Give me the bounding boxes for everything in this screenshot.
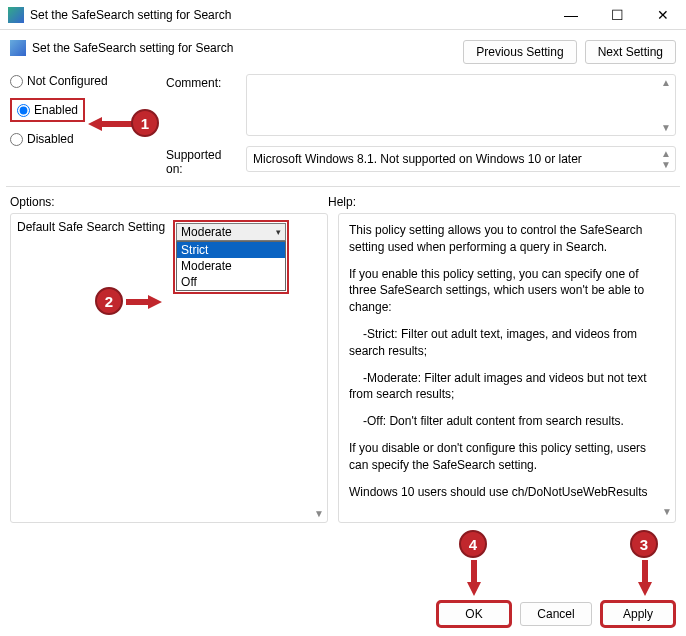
close-button[interactable]: ✕	[640, 0, 686, 30]
combobox-value: Moderate	[181, 225, 232, 239]
policy-title: Set the SafeSearch setting for Search	[32, 41, 233, 55]
scroll-down-icon[interactable]: ▼	[661, 159, 671, 170]
help-text: Windows 10 users should use ch/DoNotUseW…	[349, 484, 665, 501]
annotation-4-arrow	[465, 560, 483, 599]
annotation-3: 3	[630, 530, 658, 558]
help-text: If you disable or don't configure this p…	[349, 440, 665, 474]
app-icon	[8, 7, 24, 23]
scroll-down-icon[interactable]: ▼	[662, 505, 672, 519]
panes: Default Safe Search Setting Moderate ▾ S…	[0, 213, 686, 523]
scroll-up-icon[interactable]: ▲	[661, 77, 671, 88]
annotation-2-arrow	[126, 293, 162, 314]
policy-icon	[10, 40, 26, 56]
dropdown-item-moderate[interactable]: Moderate	[177, 258, 285, 274]
comment-label: Comment:	[166, 74, 238, 90]
help-text: This policy setting allows you to contro…	[349, 222, 665, 256]
annotation-1-arrow	[88, 115, 132, 133]
cancel-button[interactable]: Cancel	[520, 602, 592, 626]
help-label: Help:	[328, 195, 356, 209]
supported-label: Supported on:	[166, 146, 238, 176]
titlebar: Set the SafeSearch setting for Search — …	[0, 0, 686, 30]
options-label: Options:	[10, 195, 328, 209]
chevron-down-icon: ▾	[276, 227, 281, 237]
supported-on-box: Microsoft Windows 8.1. Not supported on …	[246, 146, 676, 172]
annotation-3-arrow	[636, 560, 654, 599]
radio-not-configured-input[interactable]	[10, 75, 23, 88]
header-row: Set the SafeSearch setting for Search Pr…	[0, 30, 686, 70]
comment-textarea[interactable]: ▲ ▼	[246, 74, 676, 136]
minimize-button[interactable]: —	[548, 0, 594, 30]
svg-marker-3	[467, 560, 481, 596]
radio-not-configured-label: Not Configured	[27, 74, 108, 88]
help-text: -Strict: Filter out adult text, images, …	[349, 326, 665, 360]
safesearch-combobox[interactable]: Moderate ▾	[176, 223, 286, 241]
scroll-down-icon[interactable]: ▼	[314, 508, 324, 519]
scroll-down-icon[interactable]: ▼	[661, 122, 671, 133]
footer-buttons: OK Cancel Apply	[438, 602, 674, 626]
safesearch-dropdown[interactable]: Strict Moderate Off	[176, 241, 286, 291]
svg-marker-2	[638, 560, 652, 596]
maximize-button[interactable]: ☐	[594, 0, 640, 30]
options-pane: Default Safe Search Setting Moderate ▾ S…	[10, 213, 328, 523]
radio-enabled-input[interactable]	[17, 104, 30, 117]
supported-on-text: Microsoft Windows 8.1. Not supported on …	[253, 152, 582, 166]
radio-enabled-label: Enabled	[34, 103, 78, 117]
radio-disabled-label: Disabled	[27, 132, 74, 146]
svg-marker-1	[126, 295, 162, 309]
radio-enabled-highlight: Enabled	[10, 98, 85, 122]
annotation-4: 4	[459, 530, 487, 558]
help-text: -Moderate: Filter adult images and video…	[349, 370, 665, 404]
dropdown-item-strict[interactable]: Strict	[177, 242, 285, 258]
annotation-1: 1	[131, 109, 159, 137]
help-text: -Off: Don't filter adult content from se…	[349, 413, 665, 430]
previous-setting-button[interactable]: Previous Setting	[463, 40, 576, 64]
ok-button[interactable]: OK	[438, 602, 510, 626]
panes-labels: Options: Help:	[0, 187, 686, 213]
scroll-up-icon[interactable]: ▲	[661, 148, 671, 159]
next-setting-button[interactable]: Next Setting	[585, 40, 676, 64]
default-safesearch-label: Default Safe Search Setting	[17, 220, 165, 234]
window-title: Set the SafeSearch setting for Search	[30, 8, 548, 22]
combo-highlight: Moderate ▾ Strict Moderate Off	[173, 220, 289, 294]
annotation-2: 2	[95, 287, 123, 315]
help-text: If you enable this policy setting, you c…	[349, 266, 665, 316]
help-pane: This policy setting allows you to contro…	[338, 213, 676, 523]
radio-enabled[interactable]: Enabled	[17, 103, 78, 117]
radio-disabled[interactable]: Disabled	[10, 132, 150, 146]
apply-button[interactable]: Apply	[602, 602, 674, 626]
svg-marker-0	[88, 117, 132, 131]
dropdown-item-off[interactable]: Off	[177, 274, 285, 290]
radio-not-configured[interactable]: Not Configured	[10, 74, 150, 88]
radio-disabled-input[interactable]	[10, 133, 23, 146]
